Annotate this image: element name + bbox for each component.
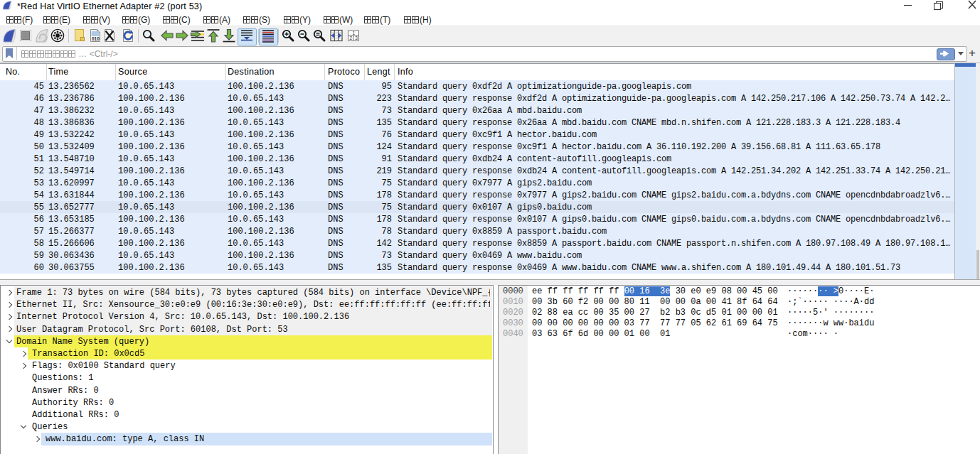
svg-text:1: 1 bbox=[352, 31, 355, 36]
svg-text:2: 2 bbox=[350, 36, 353, 40]
svg-text:3: 3 bbox=[355, 36, 358, 40]
svg-text:010: 010 bbox=[92, 36, 100, 41]
